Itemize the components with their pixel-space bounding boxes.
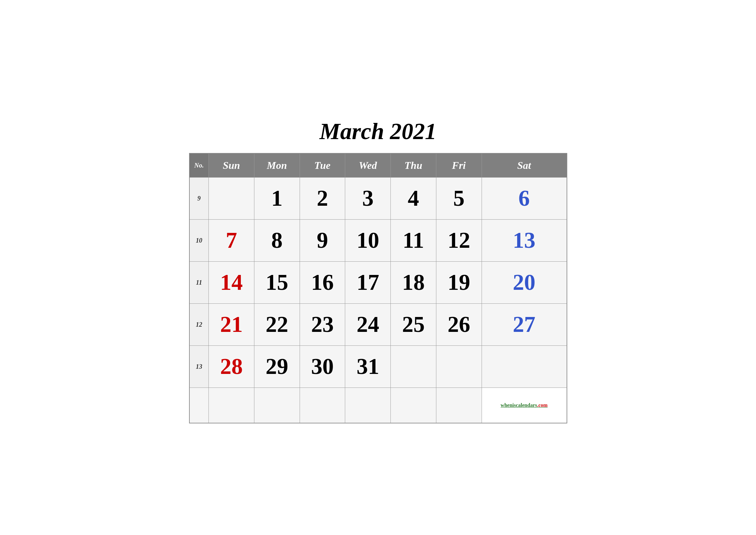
day-cell: 13 — [482, 219, 567, 261]
day-cell: 6 — [482, 177, 567, 219]
day-cell: 5 — [436, 177, 482, 219]
calendar-container: March 2021 No. Sun Mon Tue Wed Thu Fri S… — [189, 112, 567, 424]
calendar-table: No. Sun Mon Tue Wed Thu Fri Sat 91234561… — [189, 153, 567, 424]
week-row: 1078910111213 — [189, 219, 567, 261]
week-row: 1114151617181920 — [189, 261, 567, 303]
day-cell: 4 — [391, 177, 436, 219]
week-row: 1221222324252627 — [189, 303, 567, 346]
day-cell: 17 — [345, 261, 391, 303]
header-sat: Sat — [482, 153, 567, 178]
day-cell: 21 — [209, 303, 255, 346]
day-cell: 14 — [209, 261, 255, 303]
day-cell: 29 — [254, 346, 300, 387]
week-number: 12 — [189, 303, 209, 346]
empty-cell — [189, 387, 209, 423]
watermark-link[interactable]: wheniscalendars.com — [501, 402, 548, 408]
week-number: 9 — [189, 177, 209, 219]
last-row: wheniscalendars.com — [189, 387, 567, 423]
empty-cell — [300, 387, 345, 423]
day-cell: 22 — [254, 303, 300, 346]
header-mon: Mon — [254, 153, 300, 178]
day-cell — [436, 346, 482, 387]
empty-cell — [254, 387, 300, 423]
header-fri: Fri — [436, 153, 482, 178]
day-cell: 3 — [345, 177, 391, 219]
empty-cell — [345, 387, 391, 423]
day-cell: 23 — [300, 303, 345, 346]
day-cell: 19 — [436, 261, 482, 303]
day-cell: 26 — [436, 303, 482, 346]
day-cell: 20 — [482, 261, 567, 303]
day-cell: 7 — [209, 219, 255, 261]
day-cell: 1 — [254, 177, 300, 219]
day-cell: 31 — [345, 346, 391, 387]
empty-cell — [209, 387, 255, 423]
day-cell: 16 — [300, 261, 345, 303]
day-cell: 28 — [209, 346, 255, 387]
day-cell: 24 — [345, 303, 391, 346]
week-number: 11 — [189, 261, 209, 303]
watermark-tld: .com — [537, 402, 548, 408]
empty-cell — [391, 387, 436, 423]
week-num-header: No. — [189, 153, 209, 178]
week-row: 9123456 — [189, 177, 567, 219]
header-thu: Thu — [391, 153, 436, 178]
empty-cell — [436, 387, 482, 423]
calendar-title: March 2021 — [189, 112, 567, 150]
day-cell: 11 — [391, 219, 436, 261]
week-row: 1328293031 — [189, 346, 567, 387]
day-cell: 9 — [300, 219, 345, 261]
header-row: No. Sun Mon Tue Wed Thu Fri Sat — [189, 153, 567, 178]
watermark-cell[interactable]: wheniscalendars.com — [482, 387, 567, 423]
day-cell: 2 — [300, 177, 345, 219]
day-cell: 18 — [391, 261, 436, 303]
day-cell: 25 — [391, 303, 436, 346]
day-cell — [482, 346, 567, 387]
week-number: 10 — [189, 219, 209, 261]
header-wed: Wed — [345, 153, 391, 178]
day-cell: 10 — [345, 219, 391, 261]
day-cell: 27 — [482, 303, 567, 346]
day-cell: 15 — [254, 261, 300, 303]
day-cell: 8 — [254, 219, 300, 261]
day-cell: 12 — [436, 219, 482, 261]
week-number: 13 — [189, 346, 209, 387]
day-cell: 30 — [300, 346, 345, 387]
header-tue: Tue — [300, 153, 345, 178]
day-cell — [391, 346, 436, 387]
day-cell — [209, 177, 255, 219]
watermark-domain: wheniscalendars — [501, 402, 537, 408]
calendar-body: 9123456107891011121311141516171819201221… — [189, 177, 567, 423]
header-sun: Sun — [209, 153, 255, 178]
